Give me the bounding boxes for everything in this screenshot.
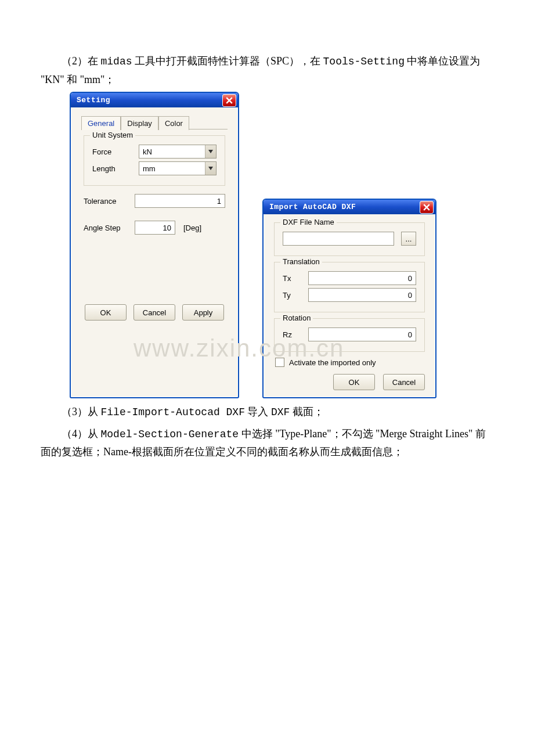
cancel-button[interactable]: Cancel — [383, 374, 425, 390]
ty-value: 0 — [408, 291, 412, 300]
tx-input[interactable]: 0 — [308, 271, 416, 285]
close-icon — [226, 97, 233, 104]
activate-imported-label: Activate the imported only — [289, 358, 376, 367]
rz-value: 0 — [408, 330, 412, 339]
tab-display[interactable]: Display — [121, 116, 158, 130]
tabs: GeneralDisplayColor — [81, 116, 228, 129]
rz-label: Rz — [283, 330, 304, 339]
browse-button[interactable]: ... — [401, 232, 416, 246]
import-title: Import AutoCAD DXF — [269, 203, 356, 211]
tx-label: Tx — [283, 274, 304, 283]
text: File-Import-Autocad DXF — [101, 406, 245, 418]
paragraph-3: （3）从 File-Import-Autocad DXF 导入 DXF 截面； — [41, 403, 493, 422]
text: （3）从 — [62, 406, 101, 417]
paragraph-4: （4）从 Model-Section-Generate 中选择 "Type-Pl… — [41, 425, 493, 461]
text: Model-Section-Generate — [101, 429, 239, 440]
length-value: mm — [139, 164, 205, 173]
angle-step-value: 10 — [163, 224, 171, 232]
ty-input[interactable]: 0 — [308, 288, 416, 302]
tx-value: 0 — [408, 274, 412, 283]
dxf-file-group: DXF File Name ... — [274, 222, 425, 256]
force-value: kN — [139, 147, 205, 156]
translation-legend: Translation — [280, 257, 322, 266]
chevron-down-icon — [205, 162, 216, 175]
tab-general[interactable]: General — [81, 116, 121, 130]
angle-step-label: Angle Step — [84, 224, 129, 232]
cancel-button[interactable]: Cancel — [134, 304, 175, 321]
import-titlebar: Import AutoCAD DXF — [264, 200, 435, 214]
apply-button[interactable]: Apply — [182, 304, 224, 321]
text: Tools-Setting — [323, 56, 405, 67]
text: DXF — [271, 406, 290, 418]
rz-input[interactable]: 0 — [308, 327, 416, 341]
rotation-group: Rotation Rz 0 — [274, 318, 425, 352]
ok-button[interactable]: OK — [333, 374, 375, 390]
import-dxf-dialog: Import AutoCAD DXF DXF File Name ... Tra… — [262, 199, 436, 398]
unit-system-legend: Unit System — [90, 131, 135, 139]
text: 工具中打开截面特性计算器（SPC），在 — [132, 55, 323, 67]
activate-imported-checkbox[interactable] — [275, 358, 284, 367]
close-button[interactable] — [420, 201, 434, 214]
paragraph-2: （2）在 midas 工具中打开截面特性计算器（SPC），在 Tools-Set… — [41, 52, 493, 88]
unit-system-group: Unit System Force kN Length m — [84, 135, 225, 186]
ok-button[interactable]: OK — [85, 304, 127, 321]
length-select[interactable]: mm — [139, 161, 217, 175]
text: （4）从 — [62, 428, 101, 440]
dxf-file-input[interactable] — [283, 232, 394, 246]
text: 截面； — [290, 406, 324, 417]
ellipsis-icon: ... — [406, 235, 412, 243]
text: midas — [101, 56, 132, 67]
setting-title: Setting — [77, 96, 110, 105]
text: 导入 — [245, 406, 271, 417]
tolerance-label: Tolerance — [84, 197, 129, 206]
length-label: Length — [92, 164, 134, 173]
tolerance-value: 1 — [217, 197, 221, 206]
setting-dialog: Setting GeneralDisplayColor Unit System … — [70, 92, 239, 398]
dxf-file-legend: DXF File Name — [280, 218, 337, 226]
force-label: Force — [92, 147, 134, 156]
close-button[interactable] — [222, 94, 236, 107]
angle-step-unit: [Deg] — [183, 224, 201, 232]
setting-titlebar: Setting — [71, 93, 238, 107]
tolerance-input[interactable]: 1 — [135, 194, 225, 208]
angle-step-input[interactable]: 10 — [135, 221, 175, 235]
force-select[interactable]: kN — [139, 145, 217, 159]
rotation-legend: Rotation — [280, 314, 313, 322]
translation-group: Translation Tx 0 Ty 0 — [274, 262, 425, 312]
close-icon — [423, 204, 430, 211]
ty-label: Ty — [283, 291, 304, 300]
text: （2）在 — [62, 55, 101, 67]
chevron-down-icon — [205, 145, 216, 158]
tab-color[interactable]: Color — [158, 116, 189, 130]
dialogs-row: Setting GeneralDisplayColor Unit System … — [70, 92, 493, 398]
